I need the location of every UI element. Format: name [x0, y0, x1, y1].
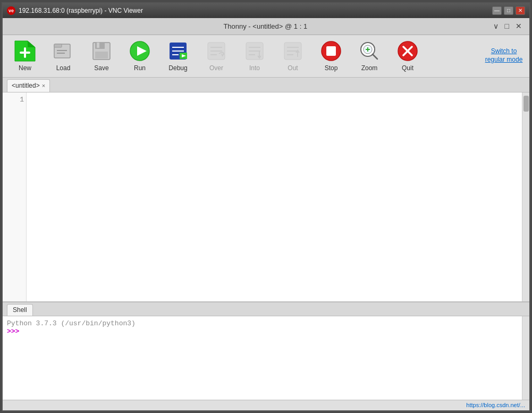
svg-rect-9 [95, 43, 105, 49]
thonny-window-controls: ∨ □ ✕ [491, 22, 524, 30]
thonny-close-button[interactable]: ✕ [513, 22, 524, 30]
thonny-collapse-button[interactable]: ∨ [491, 22, 501, 30]
svg-rect-11 [95, 52, 108, 58]
load-button[interactable]: Load [45, 37, 81, 75]
window-controls: — □ ✕ [492, 6, 525, 15]
svg-rect-10 [97, 43, 99, 48]
vnc-window: ve 192.168.31.68:0 (raspberrypi) - VNC V… [2, 2, 530, 411]
python-version: Python 3.7.3 (/usr/bin/python3) [7, 319, 518, 327]
editor-tab-bar: <untitled> × [3, 78, 529, 92]
debug-button[interactable]: Debug [160, 37, 196, 75]
shell-content: Python 3.7.3 (/usr/bin/python3) >>> [3, 316, 529, 400]
stop-label: Stop [325, 64, 338, 72]
svg-rect-5 [54, 44, 62, 47]
thonny-maximize-button[interactable]: □ [503, 22, 511, 30]
line-number-1: 1 [5, 96, 24, 104]
into-label: Into [249, 64, 260, 72]
run-icon [129, 40, 151, 62]
debug-label: Debug [168, 64, 187, 72]
new-icon [14, 40, 36, 62]
shell-text[interactable]: Python 3.7.3 (/usr/bin/python3) >>> [3, 316, 522, 400]
over-label: Over [209, 64, 223, 72]
shell-prompt: >>> [7, 327, 19, 335]
new-label: New [19, 64, 31, 72]
toolbar: New Load [3, 35, 529, 78]
maximize-button[interactable]: □ [504, 6, 513, 15]
minimize-button[interactable]: — [492, 6, 502, 15]
zoom-label: Zoom [361, 64, 378, 72]
status-url: https://blog.csdn.net/... [466, 402, 525, 408]
tab-name: <untitled> [12, 82, 40, 89]
out-button[interactable]: Out [275, 37, 311, 75]
close-button[interactable]: ✕ [516, 6, 525, 15]
svg-line-41 [373, 54, 377, 59]
debug-icon [167, 40, 189, 62]
shell-area: Shell Python 3.7.3 (/usr/bin/python3) >>… [3, 301, 529, 400]
tab-close-button[interactable]: × [42, 82, 45, 89]
run-label: Run [134, 64, 146, 72]
out-label: Out [288, 64, 298, 72]
load-icon [52, 40, 74, 62]
editor-scrollbar-thumb[interactable] [523, 96, 529, 112]
quit-icon [396, 40, 419, 62]
into-icon [243, 40, 266, 62]
code-content[interactable] [27, 92, 522, 301]
stop-icon [320, 40, 342, 62]
zoom-button[interactable]: Zoom [351, 37, 387, 75]
shell-tab[interactable]: Shell [7, 304, 33, 316]
window-title: 192.168.31.68:0 (raspberrypi) - VNC View… [19, 7, 492, 14]
shell-tab-label: Shell [13, 306, 27, 314]
thonny-header: Thonny - <untitled> @ 1 : 1 ∨ □ ✕ [3, 18, 529, 35]
over-icon [205, 40, 227, 62]
svg-rect-38 [326, 46, 336, 56]
shell-tab-bar: Shell [3, 302, 529, 316]
save-button[interactable]: Save [83, 37, 120, 75]
shell-scrollbar[interactable] [522, 316, 529, 400]
zoom-icon [358, 40, 381, 62]
quit-label: Quit [402, 64, 413, 72]
into-button[interactable]: Into [237, 37, 273, 75]
switch-mode-link[interactable]: Switch to regular mode [483, 47, 525, 64]
editor-scrollbar[interactable] [522, 92, 529, 301]
save-icon [90, 40, 113, 62]
status-bar: https://blog.csdn.net/... [3, 400, 529, 410]
stop-button[interactable]: Stop [313, 37, 349, 75]
code-editor: 1 [3, 92, 529, 301]
load-label: Load [56, 64, 71, 72]
title-bar: ve 192.168.31.68:0 (raspberrypi) - VNC V… [3, 3, 529, 18]
thonny-title: Thonny - <untitled> @ 1 : 1 [40, 22, 491, 30]
out-icon [282, 40, 304, 62]
line-numbers: 1 [3, 92, 27, 301]
run-button[interactable]: Run [122, 37, 158, 75]
over-button[interactable]: Over [198, 37, 234, 75]
new-button[interactable]: New [7, 37, 43, 75]
shell-prompt-line: >>> [7, 327, 518, 335]
vnc-icon: ve [7, 6, 15, 15]
quit-button[interactable]: Quit [390, 37, 426, 75]
editor-tab-untitled[interactable]: <untitled> × [7, 79, 50, 92]
save-label: Save [94, 64, 108, 72]
editor-area: <untitled> × 1 [3, 78, 529, 301]
